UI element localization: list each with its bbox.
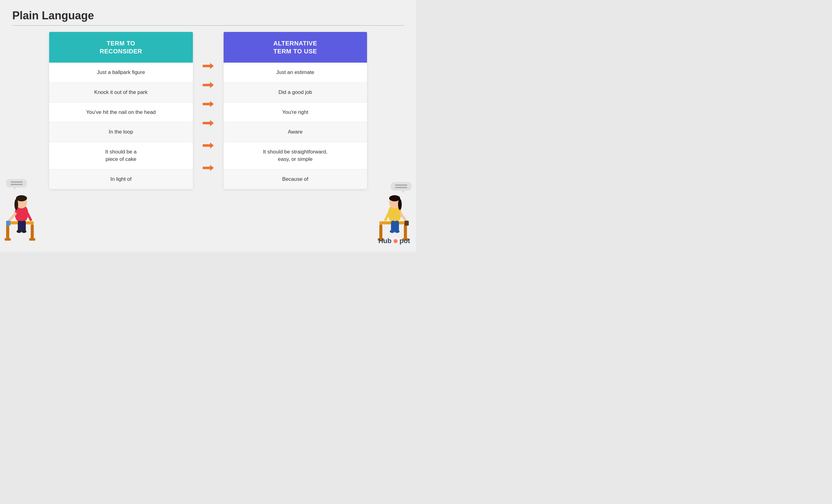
svg-rect-2 bbox=[31, 224, 34, 240]
svg-line-13 bbox=[8, 214, 15, 221]
right-row-4: Aware bbox=[224, 122, 367, 142]
svg-marker-35 bbox=[203, 120, 214, 126]
svg-line-15 bbox=[28, 214, 31, 220]
svg-rect-22 bbox=[391, 221, 395, 232]
table-wrapper: TERM TORECONSIDER Just a ballpark figure… bbox=[31, 32, 385, 189]
right-column: ALTERNATIVETERM TO USE Just an estimate … bbox=[224, 32, 367, 189]
left-row-5: It should be apiece of cake bbox=[49, 142, 193, 169]
svg-rect-4 bbox=[29, 238, 35, 241]
svg-point-27 bbox=[389, 195, 400, 201]
hubspot-logo: Hub ● pot bbox=[379, 236, 410, 246]
svg-rect-30 bbox=[405, 221, 409, 226]
left-row-2: Knock it out of the park bbox=[49, 83, 193, 103]
hubspot-wordmark: Hub bbox=[379, 237, 392, 245]
svg-line-29 bbox=[401, 214, 406, 221]
left-row-6: In light of bbox=[49, 169, 193, 189]
arrow-5 bbox=[203, 133, 214, 158]
svg-rect-7 bbox=[22, 221, 26, 232]
arrow-6 bbox=[203, 158, 214, 178]
page: Plain Language bbox=[0, 0, 416, 252]
hubspot-wordmark-2: pot bbox=[399, 237, 410, 245]
arrow-3 bbox=[203, 95, 214, 113]
svg-point-25 bbox=[395, 230, 399, 233]
left-row-4: In the loop bbox=[49, 122, 193, 142]
svg-line-31 bbox=[385, 214, 389, 220]
svg-rect-14 bbox=[6, 221, 10, 226]
content-area: TERM TORECONSIDER Just a ballpark figure… bbox=[12, 32, 404, 189]
person-illustration-right bbox=[376, 181, 413, 243]
svg-point-8 bbox=[17, 230, 22, 233]
svg-marker-33 bbox=[203, 82, 214, 88]
svg-point-11 bbox=[16, 195, 27, 201]
arrows-column bbox=[199, 32, 217, 189]
svg-marker-37 bbox=[203, 165, 214, 171]
right-row-1: Just an estimate bbox=[224, 62, 367, 83]
svg-point-24 bbox=[390, 230, 395, 233]
svg-rect-3 bbox=[5, 238, 11, 241]
svg-point-28 bbox=[398, 199, 402, 210]
divider bbox=[12, 25, 404, 26]
arrow-1 bbox=[203, 56, 214, 76]
person-illustration-left bbox=[3, 181, 40, 243]
svg-marker-32 bbox=[203, 63, 214, 69]
svg-point-12 bbox=[15, 199, 18, 210]
left-row-1: Just a ballpark figure bbox=[49, 62, 193, 83]
svg-marker-36 bbox=[203, 142, 214, 149]
left-column-header: TERM TORECONSIDER bbox=[49, 32, 193, 62]
left-column: TERM TORECONSIDER Just a ballpark figure… bbox=[49, 32, 193, 189]
left-row-3: You've hit the nail on the head bbox=[49, 103, 193, 123]
right-row-3: You're right bbox=[224, 103, 367, 123]
right-row-2: Did a good job bbox=[224, 83, 367, 103]
svg-rect-1 bbox=[6, 224, 9, 240]
right-row-5: It should be straightforward,easy, or si… bbox=[224, 142, 367, 169]
arrow-4 bbox=[203, 113, 214, 133]
arrow-2 bbox=[203, 76, 214, 95]
right-column-header: ALTERNATIVETERM TO USE bbox=[224, 32, 367, 62]
svg-point-9 bbox=[22, 230, 26, 233]
svg-rect-6 bbox=[18, 221, 22, 232]
svg-rect-23 bbox=[395, 221, 399, 232]
hubspot-dot: ● bbox=[393, 236, 398, 245]
right-row-6: Because of bbox=[224, 169, 367, 189]
page-title: Plain Language bbox=[12, 9, 404, 22]
svg-marker-34 bbox=[203, 101, 214, 107]
title-section: Plain Language bbox=[12, 9, 404, 26]
